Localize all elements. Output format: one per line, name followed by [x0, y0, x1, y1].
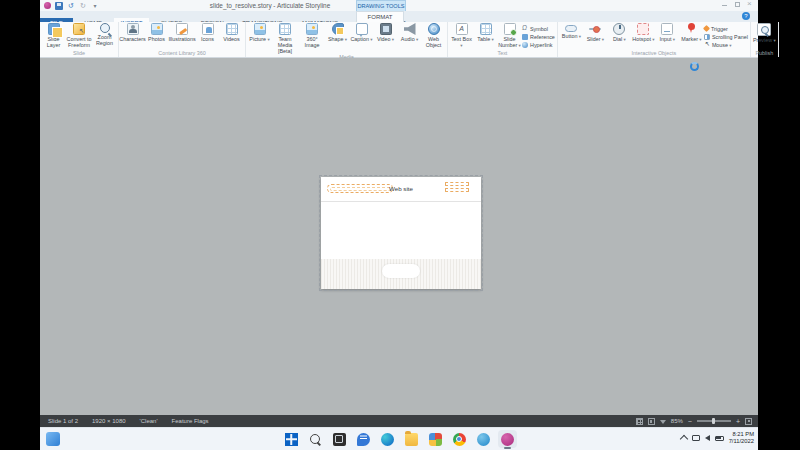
shape-button[interactable]: Shape — [326, 23, 349, 42]
slide-number-button[interactable]: Slide Number — [498, 23, 521, 48]
web-object-button[interactable]: Web Object — [422, 23, 445, 48]
battery-icon[interactable] — [715, 436, 724, 441]
mouse-button[interactable]: Mouse — [704, 41, 748, 48]
zoom-level[interactable]: 85% — [671, 418, 683, 424]
slide-layer-button[interactable]: Slide Layer — [42, 23, 65, 48]
wireframe-menu-placeholder[interactable] — [445, 182, 469, 192]
zoom-region-icon — [100, 23, 110, 33]
illustrations-icon — [176, 23, 188, 35]
marker-icon — [685, 23, 697, 35]
ribbon-group-label: Text — [450, 50, 555, 57]
trigger-button[interactable]: Trigger — [704, 25, 748, 32]
button-label: Video — [377, 36, 394, 42]
symbol-button[interactable]: Symbol — [522, 25, 555, 32]
audio-button[interactable]: Audio — [398, 23, 421, 42]
fit-to-window-icon[interactable] — [745, 418, 752, 425]
button-label: Marker — [681, 36, 701, 42]
videos-button[interactable]: Videos — [220, 23, 243, 42]
theme-name-status[interactable]: 'Clean' — [140, 418, 158, 424]
button-label: Illustrations — [168, 36, 195, 42]
dial-button[interactable]: Dial — [608, 23, 631, 42]
characters-icon — [127, 23, 139, 35]
ribbon-group-label: Slide — [42, 50, 116, 57]
undo-icon[interactable] — [67, 2, 75, 10]
chat-button[interactable] — [354, 430, 373, 448]
start-icon — [285, 433, 298, 446]
hotspot-button[interactable]: Hotspot — [632, 23, 655, 42]
slide-content-area[interactable] — [321, 202, 481, 259]
zoom-slider-knob[interactable] — [712, 418, 715, 424]
storyline-app-icon — [44, 2, 51, 9]
convert-to-freeform-button[interactable]: Convert to Freeform — [66, 23, 92, 48]
zoom-slider[interactable] — [697, 420, 731, 422]
slide-editor-canvas[interactable]: Web site — [40, 58, 758, 415]
button-label: Slide Number — [498, 36, 521, 48]
drawing-tools-context-header: DRAWING TOOLS — [356, 0, 406, 11]
quick-access-dropdown-icon[interactable] — [91, 2, 99, 10]
file-explorer-icon — [405, 433, 418, 446]
button-label: Trigger — [711, 26, 728, 32]
slide[interactable]: Web site — [321, 177, 481, 289]
image-360-icon — [306, 23, 318, 35]
start-button[interactable] — [282, 430, 301, 448]
illustrations-button[interactable]: Illustrations — [169, 23, 195, 42]
edge-button[interactable] — [378, 430, 397, 448]
task-view-button[interactable] — [330, 430, 349, 448]
marker-button[interactable]: Marker — [680, 23, 703, 42]
button-label: Button — [562, 33, 581, 39]
video-button[interactable]: Video — [374, 23, 397, 42]
storyline-taskbar-button[interactable] — [498, 430, 517, 448]
storyline-icon — [501, 433, 514, 446]
redo-icon[interactable] — [79, 2, 87, 10]
slider-button[interactable]: Slider — [584, 23, 607, 42]
photos-button[interactable]: Photos — [145, 23, 168, 42]
hyperlink-button[interactable]: Hyperlink — [522, 41, 555, 48]
clock[interactable]: 8:21 PM 7/11/2022 — [729, 431, 754, 445]
story-view-icon[interactable] — [636, 418, 643, 425]
slide-view-icon[interactable] — [648, 418, 655, 425]
tray-chevron-up-icon[interactable] — [679, 435, 687, 443]
button-label: 360° Image — [299, 36, 325, 48]
minimize-icon[interactable] — [721, 1, 728, 8]
chat-icon — [357, 433, 370, 446]
button-label: Input — [660, 36, 676, 42]
window-title: slide_to_resolve.story - Articulate Stor… — [160, 0, 380, 11]
hotspot-icon — [637, 23, 649, 35]
filter-icon[interactable] — [660, 420, 666, 424]
image-360-button[interactable]: 360° Image — [299, 23, 325, 48]
button-button[interactable]: Button — [560, 23, 583, 39]
reference-button[interactable]: Reference — [522, 33, 555, 40]
picture-button[interactable]: Picture — [248, 23, 271, 42]
input-button[interactable]: Input — [656, 23, 679, 42]
zoom-in-icon[interactable] — [736, 418, 740, 425]
characters-button[interactable]: Characters — [121, 23, 144, 42]
button-icon — [565, 25, 577, 32]
tab-format[interactable]: FORMAT — [356, 11, 404, 22]
speaker-icon[interactable] — [705, 435, 710, 441]
text-box-button[interactable]: Text Box — [450, 23, 473, 48]
zoom-region-button[interactable]: Zoom Region — [93, 23, 116, 46]
blue-app-button[interactable] — [474, 430, 493, 448]
save-icon[interactable] — [55, 2, 63, 10]
slide-number-icon — [504, 23, 516, 35]
button-label: Scrolling Panel — [712, 34, 748, 40]
feature-flags-status[interactable]: Feature Flags — [172, 418, 209, 424]
team-media-button[interactable]: Team Media [Beta] — [272, 23, 298, 54]
close-icon[interactable] — [747, 1, 754, 8]
search-button[interactable] — [306, 430, 325, 448]
scrolling-panel-button[interactable]: Scrolling Panel — [704, 33, 748, 40]
network-icon[interactable] — [692, 435, 700, 441]
button-label: Text Box — [450, 36, 473, 48]
preview-button[interactable]: Preview — [753, 23, 776, 43]
help-icon[interactable] — [742, 12, 750, 20]
wireframe-button-placeholder[interactable] — [382, 264, 420, 278]
colorful-app-button[interactable] — [426, 430, 445, 448]
maximize-icon[interactable] — [734, 1, 741, 8]
caption-button[interactable]: Caption — [350, 23, 373, 42]
table-button[interactable]: Table — [474, 23, 497, 42]
icons-button[interactable]: Icons — [196, 23, 219, 42]
zoom-out-icon[interactable] — [688, 418, 692, 425]
file-explorer-button[interactable] — [402, 430, 421, 448]
desktop: slide_to_resolve.story - Articulate Stor… — [0, 0, 800, 450]
chrome-button[interactable] — [450, 430, 469, 448]
